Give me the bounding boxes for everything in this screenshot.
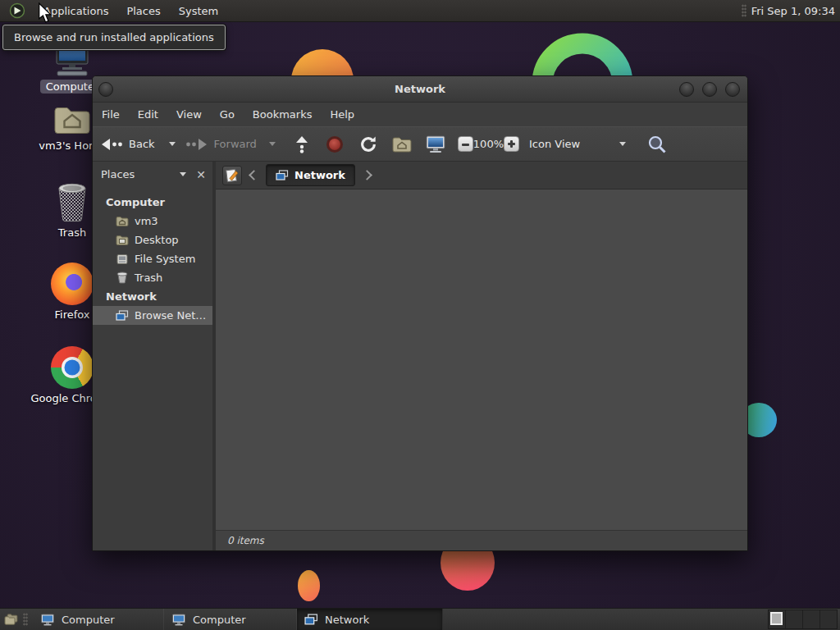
desktop-icon-label: Trash	[58, 226, 86, 240]
sidebar-section-computer: Computer	[93, 193, 212, 212]
home-folder-icon	[53, 103, 91, 136]
window-title: Network	[93, 83, 747, 95]
clock-label[interactable]: Fri Sep 1, 09:34	[751, 5, 835, 17]
sidebar-item-label: File System	[135, 253, 195, 265]
file-view-empty[interactable]	[216, 189, 747, 530]
chrome-icon-blue-core	[65, 360, 80, 376]
computer-icon	[171, 614, 186, 626]
sidebar-item-label: vm3	[135, 215, 158, 227]
filesystem-icon	[116, 253, 129, 265]
section-label: Computer	[106, 196, 165, 208]
sidebar-item-label: Trash	[135, 272, 162, 284]
stop-icon[interactable]	[326, 136, 343, 153]
breadcrumb-network[interactable]: Network	[266, 164, 355, 186]
up-icon[interactable]	[295, 135, 308, 154]
menu-places[interactable]: Places	[117, 0, 169, 21]
zoom-out-button[interactable]	[458, 136, 473, 152]
back-history-caret-icon[interactable]	[169, 142, 176, 146]
maximize-button[interactable]	[702, 82, 717, 97]
minimize-button[interactable]	[679, 82, 694, 97]
bottom-panel: Computer Computer Network	[0, 608, 840, 630]
edit-location-icon	[225, 168, 240, 183]
computer-location-icon[interactable]	[425, 135, 446, 153]
workspace-switcher[interactable]	[768, 609, 838, 629]
clock-area[interactable]: Fri Sep 1, 09:34	[742, 4, 840, 17]
menu-edit[interactable]: Edit	[129, 108, 167, 121]
close-button[interactable]	[725, 82, 740, 97]
computer-icon	[40, 614, 55, 626]
edit-location-button[interactable]	[222, 166, 242, 185]
taskbar-item-label: Computer	[193, 614, 246, 626]
panel-drag-handle	[23, 613, 28, 626]
home-icon[interactable]	[392, 136, 412, 153]
sidebar-item-desktop[interactable]: Desktop	[93, 231, 212, 249]
status-bar: 0 items	[216, 530, 747, 550]
menu-applications[interactable]: Applications	[34, 0, 117, 21]
file-manager-window: Network File Edit View Go Bookmarks Help…	[92, 75, 748, 551]
taskbar-item-computer-1[interactable]: Computer	[33, 609, 164, 630]
workspace-1[interactable]	[769, 610, 786, 628]
desktop-icon-label: Firefox	[54, 308, 89, 322]
refresh-icon[interactable]	[359, 135, 377, 153]
search-icon[interactable]	[647, 135, 667, 154]
main-menu-launcher[interactable]	[0, 0, 34, 21]
view-mode-combobox[interactable]: Icon View	[529, 138, 626, 150]
workspace-3[interactable]	[803, 610, 820, 628]
sidebar-close-icon[interactable]: ✕	[196, 169, 206, 180]
sidebar-item-label: Desktop	[135, 234, 179, 246]
zoom-in-button[interactable]	[504, 136, 519, 152]
chrome-icon	[51, 346, 94, 389]
zoom-level: 100%	[473, 138, 504, 150]
network-icon	[276, 170, 289, 181]
file-browser-launcher[interactable]	[0, 609, 23, 630]
back-label: Back	[129, 138, 155, 150]
taskbar-item-label: Network	[325, 614, 369, 626]
places-sidebar: Places ✕ Computer vm3	[93, 162, 216, 550]
scroll-path-right-icon	[362, 170, 372, 180]
menu-help[interactable]: Help	[321, 108, 363, 121]
location-bar: Network	[216, 162, 747, 189]
forward-label: Forward	[214, 138, 257, 150]
home-folder-icon	[116, 216, 129, 227]
wallpaper-small-orange-ellipse	[298, 570, 320, 601]
workspace-4[interactable]	[820, 610, 837, 628]
view-mode-label: Icon View	[529, 138, 580, 150]
taskbar-item-computer-2[interactable]: Computer	[164, 609, 297, 630]
taskbar-item-network[interactable]: Network	[297, 609, 443, 630]
distro-menu-icon	[9, 2, 25, 19]
menu-system[interactable]: System	[170, 0, 227, 21]
network-icon	[304, 614, 318, 626]
sidebar-item-filesystem[interactable]: File System	[93, 249, 212, 268]
sidebar-item-browse-network[interactable]: Browse Net…	[93, 306, 212, 325]
sidebar-item-label: Browse Net…	[135, 309, 206, 322]
trash-icon	[55, 182, 89, 223]
sidebar-mode-label: Places	[101, 168, 135, 180]
sidebar-mode-caret-icon[interactable]	[180, 172, 186, 176]
workspace-2[interactable]	[786, 610, 803, 628]
taskbar-item-label: Computer	[62, 614, 115, 626]
network-icon	[116, 310, 129, 322]
menu-go[interactable]: Go	[211, 108, 244, 121]
scroll-path-left-icon	[249, 170, 259, 180]
menu-view[interactable]: View	[167, 108, 211, 121]
back-icon	[100, 138, 123, 151]
workspace-window-thumbnail	[770, 612, 783, 625]
toolbar: Back Forward	[93, 126, 747, 162]
plus-icon-vertical	[510, 140, 513, 148]
menu-bookmarks[interactable]: Bookmarks	[244, 108, 322, 121]
back-button[interactable]: Back	[100, 138, 176, 151]
applications-menu-tooltip: Browse and run installed applications	[2, 25, 226, 50]
sidebar-header[interactable]: Places ✕	[93, 162, 212, 187]
minus-icon	[462, 144, 469, 146]
sidebar-item-vm3[interactable]: vm3	[93, 212, 212, 231]
desktop-folder-icon	[116, 235, 129, 246]
titlebar[interactable]: Network	[93, 76, 747, 103]
forward-history-caret-icon	[269, 142, 276, 146]
panel-drag-handle	[742, 4, 746, 17]
menu-file[interactable]: File	[93, 108, 129, 121]
sidebar-item-trash[interactable]: Trash	[93, 268, 212, 287]
section-label: Network	[106, 290, 157, 303]
forward-button[interactable]: Forward	[185, 138, 276, 151]
window-menu-button[interactable]	[98, 82, 113, 97]
menu-bar: File Edit View Go Bookmarks Help	[93, 103, 747, 126]
